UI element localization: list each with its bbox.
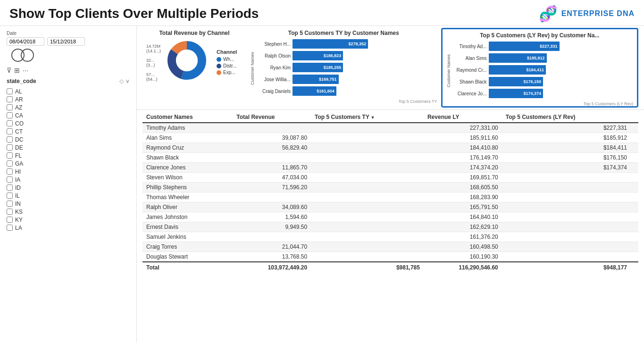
state-checkbox-ct[interactable] [7, 128, 13, 134]
footer-top5ly: $948,177 [502, 262, 631, 273]
state-checkbox-dc[interactable] [7, 136, 13, 143]
state-code-label: LA [15, 225, 22, 231]
state-checkbox-ar[interactable] [7, 96, 13, 102]
state-code-label: HI [15, 168, 21, 175]
bar-row: Clarence Jo...$174,374 [453, 89, 634, 98]
bar-label: Craig Daniels [257, 89, 291, 94]
table-cell-name: Raymond Cruz [142, 143, 233, 153]
bar-value: $176,150 [523, 79, 541, 84]
list-item: KY [7, 216, 130, 224]
row-scroll-spacer [631, 183, 638, 193]
row-scroll-spacer [631, 133, 638, 143]
date-section: Date [7, 31, 130, 62]
date-start-input[interactable] [7, 37, 44, 46]
state-checkbox-ca[interactable] [7, 112, 13, 118]
table-row: Alan Sims39,087.80185,911.60$185,912 [142, 133, 638, 143]
table-cell-revly: 184,410.80 [424, 143, 502, 153]
state-checkbox-ky[interactable] [7, 217, 13, 223]
donut-wrapper: 14.72M (14.1...) 32... (3...) 57... (54.… [146, 39, 243, 86]
table-cell-name: Ernest Davis [142, 222, 233, 232]
table-cell-name: Shawn Black [142, 153, 233, 163]
state-checkbox-il[interactable] [7, 193, 13, 199]
table-row: Douglas Stewart13,768.50160,190.30 [142, 252, 638, 262]
more-icon[interactable]: ··· [23, 67, 28, 74]
table-row: Samuel Jenkins161,376.20 [142, 232, 638, 242]
state-code-label: DC [15, 136, 23, 143]
col-customer-names: Customer Names [142, 112, 233, 123]
table-cell-revenue: 71,596.20 [233, 183, 311, 193]
logo-text-accent: DNA [617, 9, 635, 17]
top5-ly-bars: Timothy Ad...$227,331Alan Sims$185,912Ra… [453, 42, 634, 101]
state-checkbox-in[interactable] [7, 201, 13, 207]
list-item: ID [7, 184, 130, 192]
table-cell-revly: 168,605.50 [424, 183, 502, 193]
state-checkbox-id[interactable] [7, 185, 13, 191]
state-code-label: IA [15, 176, 20, 183]
state-checkbox-fl[interactable] [7, 152, 13, 159]
row-scroll-spacer [631, 143, 638, 153]
date-inputs [7, 37, 130, 46]
legend-item-exp: Exp... [217, 70, 237, 75]
filter-icon[interactable]: ⊽ [7, 67, 11, 74]
date-slider[interactable] [7, 49, 130, 62]
state-expand-icon[interactable]: ∨ [125, 78, 130, 84]
table-cell-top5ly [502, 173, 631, 183]
table-cell-revenue [233, 193, 311, 202]
table-row: Phillip Stephens71,596.20168,605.50 [142, 183, 638, 193]
list-item: IA [7, 176, 130, 184]
state-list: ALARAZCACOCTDCDEFLGAHIIAIDILINKSKYLA [7, 87, 130, 232]
bar-fill: $176,150 [489, 77, 544, 86]
table-cell-name: Douglas Stewart [142, 252, 233, 262]
list-item: AR [7, 95, 130, 103]
slider-handle-right[interactable] [21, 49, 34, 62]
legend-label-distr: Distr... [223, 63, 236, 68]
table-row: Steven Wilson47,034.00169,851.70 [142, 173, 638, 183]
footer-label: Total [142, 262, 233, 273]
state-checkbox-la[interactable] [7, 225, 13, 231]
donut-section: Total Revenue by Channel 14.72M (14.1...… [142, 30, 246, 86]
list-item: FL [7, 151, 130, 159]
donut-y-label-bot2: (54...) [146, 77, 161, 82]
state-checkbox-de[interactable] [7, 144, 13, 151]
state-code-label: CA [15, 112, 23, 119]
bar-row: Raymond Cr...$184,411 [453, 65, 634, 75]
top5-ly-section: Top 5 Customers (LY Rev) by Customer Na.… [441, 28, 639, 108]
donut-y-label-bot: 57... [146, 72, 161, 77]
row-scroll-spacer [631, 123, 638, 133]
list-item: IN [7, 200, 130, 208]
header: Show Top Clients Over Multiple Periods 🧬… [0, 0, 644, 26]
date-end-input[interactable] [47, 37, 85, 46]
bar-value: $161,604 [317, 89, 335, 93]
table-row: James Johnston1,594.60164,840.10 [142, 212, 638, 222]
state-checkbox-ks[interactable] [7, 209, 13, 215]
bar-fill: $169,751 [293, 75, 339, 84]
bar-row: Jose Willia...$169,751 [257, 75, 437, 84]
list-item: CT [7, 127, 130, 135]
state-code-label: AZ [15, 104, 22, 111]
list-item: DE [7, 143, 130, 151]
table-cell-revly: 176,149.70 [424, 153, 502, 163]
state-checkbox-al[interactable] [7, 88, 13, 94]
table-cell-revly: 168,283.90 [424, 193, 502, 202]
bar-value: $184,411 [526, 67, 544, 72]
table-cell-top5ty [311, 232, 424, 242]
bar-row: Ryan Kim$185,255 [257, 63, 437, 72]
table-cell-revly: 160,190.30 [424, 252, 502, 262]
state-clear-icon[interactable]: ◇ [119, 78, 124, 84]
table-row: Shawn Black176,149.70$176,150 [142, 153, 638, 163]
state-checkbox-hi[interactable] [7, 168, 13, 175]
donut-y-label-mid2: (3...) [146, 63, 161, 67]
state-checkbox-ia[interactable] [7, 176, 13, 183]
state-checkbox-ga[interactable] [7, 160, 13, 167]
col-top5-ty[interactable]: Top 5 Customers TY [311, 112, 424, 123]
state-checkbox-az[interactable] [7, 104, 13, 110]
table-cell-top5ly: $174,374 [502, 163, 631, 173]
table-cell-revenue: 1,594.60 [233, 212, 311, 222]
bar-row: Alan Sims$185,912 [453, 53, 634, 63]
table-icon[interactable]: ⊞ [14, 67, 20, 74]
charts-row: Total Revenue by Channel 14.72M (14.1...… [137, 26, 644, 110]
state-checkbox-co[interactable] [7, 120, 13, 126]
filter-toolbar: ⊽ ⊞ ··· [7, 67, 130, 74]
table-cell-top5ly [502, 252, 631, 262]
row-scroll-spacer [631, 242, 638, 252]
